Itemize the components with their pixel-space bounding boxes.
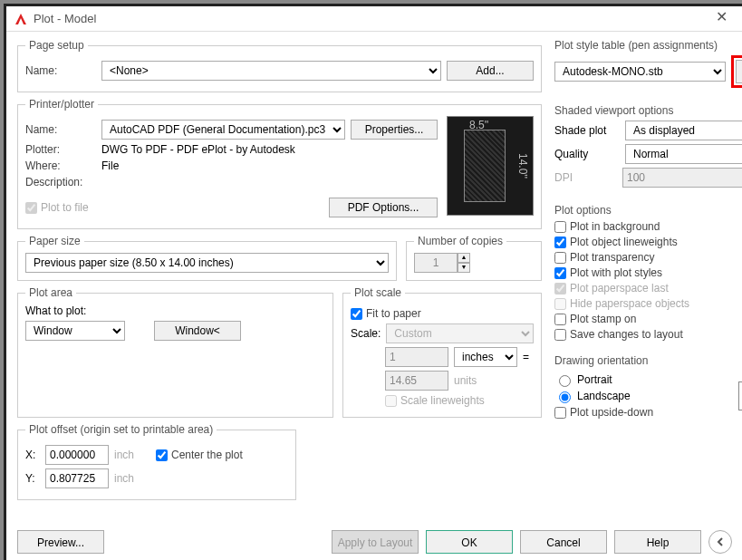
dpi-label: DPI [554, 171, 617, 184]
scale-numerator [385, 347, 448, 367]
cancel-button[interactable]: Cancel [520, 530, 607, 554]
units-label: units [454, 374, 477, 387]
page-setup-legend: Page setup [25, 39, 88, 52]
orientation-legend: Drawing orientation [554, 354, 742, 367]
page-setup-group: Page setup Name: <None> Add... [17, 39, 542, 92]
orientation-icon [738, 381, 742, 410]
title-bar: Plot - Model ✕ [6, 6, 742, 32]
plot-options-legend: Plot options [554, 204, 742, 217]
where-value: File [101, 159, 119, 172]
where-label: Where: [25, 159, 96, 172]
printer-group: Printer/plotter Name: AutoCAD PDF (Gener… [17, 98, 542, 229]
x-label: X: [25, 449, 40, 461]
window-title: Plot - Model [34, 12, 707, 25]
autocad-icon [14, 12, 28, 26]
shaded-viewport-group: Shaded viewport options Shade plotAs dis… [554, 104, 742, 195]
y-label: Y: [25, 472, 40, 485]
quality-label: Quality [554, 148, 620, 160]
fit-to-paper-check[interactable]: Fit to paper [351, 307, 534, 320]
help-button[interactable]: Help [614, 530, 701, 554]
edit-plot-style-button[interactable] [736, 60, 742, 83]
paper-preview: 8.5'' 14.0'' [447, 116, 534, 216]
plotter-value: DWG To PDF - PDF ePlot - by Autodesk [101, 143, 295, 156]
apply-to-layout-button: Apply to Layout [332, 530, 419, 554]
pdf-options-button[interactable]: PDF Options... [329, 198, 438, 217]
plot-paperspace-last-check: Plot paperspace last [554, 282, 742, 294]
plot-area-legend: Plot area [25, 286, 76, 299]
plot-dialog: Plot - Model ✕ Page setup Name: <None> A… [4, 4, 742, 560]
paper-size-group: Paper size Previous paper size (8.50 x 1… [17, 235, 397, 281]
y-input[interactable] [45, 468, 109, 488]
plot-scale-legend: Plot scale [351, 286, 405, 299]
plot-offset-legend: Plot offset (origin set to printable are… [25, 423, 217, 436]
printer-legend: Printer/plotter [25, 98, 98, 111]
printer-name-select[interactable]: AutoCAD PDF (General Documentation).pc3 [101, 120, 345, 140]
plot-style-group: Plot style table (pen assignments) Autod… [554, 39, 742, 95]
add-button[interactable]: Add... [447, 61, 534, 81]
save-changes-check[interactable]: Save changes to layout [554, 328, 742, 341]
plot-background-check[interactable]: Plot in background [554, 220, 742, 233]
hide-paperspace-check: Hide paperspace objects [554, 297, 742, 310]
plot-stamp-check[interactable]: Plot stamp on [554, 313, 742, 325]
ok-button[interactable]: OK [426, 530, 513, 554]
printer-name-label: Name: [25, 123, 96, 136]
preview-button[interactable]: Preview... [17, 530, 104, 554]
shade-plot-select[interactable]: As displayed [625, 121, 742, 140]
plotter-label: Plotter: [25, 143, 96, 156]
scale-denominator [385, 371, 448, 391]
properties-button[interactable]: Properties... [351, 120, 438, 140]
dpi-input [622, 168, 742, 188]
upside-down-check[interactable]: Plot upside-down [554, 406, 738, 419]
x-unit: inch [114, 449, 134, 461]
preview-height: 14.0'' [516, 153, 529, 179]
copies-down[interactable]: ▼ [458, 263, 470, 273]
plot-style-select[interactable]: Autodesk-MONO.stb [554, 62, 726, 82]
plot-options-group: Plot options Plot in background Plot obj… [554, 204, 742, 347]
collapse-button[interactable] [708, 530, 732, 554]
paper-size-legend: Paper size [25, 235, 84, 247]
copies-legend: Number of copies [414, 235, 506, 247]
what-to-plot-label: What to plot: [25, 304, 325, 317]
copies-group: Number of copies ▲▼ [406, 235, 542, 281]
plot-style-legend: Plot style table (pen assignments) [554, 39, 742, 52]
scale-label: Scale: [351, 327, 381, 340]
plot-scale-group: Plot scale Fit to paper Scale: Custom in… [342, 286, 542, 418]
plot-transparency-check[interactable]: Plot transparency [554, 251, 742, 264]
plot-area-group: Plot area What to plot: Window Window< [17, 286, 333, 418]
copies-input [414, 253, 458, 273]
shade-plot-label: Shade plot [554, 124, 620, 137]
quality-select[interactable]: Normal [625, 144, 742, 164]
description-label: Description: [25, 176, 96, 188]
y-unit: inch [114, 472, 134, 485]
chevron-left-icon [715, 536, 726, 547]
pagesetup-name-select[interactable]: <None> [101, 61, 441, 81]
scale-select: Custom [386, 323, 534, 343]
plot-with-styles-check[interactable]: Plot with plot styles [554, 266, 742, 279]
copies-up[interactable]: ▲ [458, 253, 470, 263]
orientation-group: Drawing orientation Portrait Landscape P… [554, 354, 742, 425]
center-plot-check[interactable]: Center the plot [156, 449, 243, 461]
landscape-radio[interactable]: Landscape [554, 389, 738, 403]
equals-label: = [523, 351, 529, 363]
highlight-box [731, 55, 742, 88]
shaded-legend: Shaded viewport options [554, 104, 742, 117]
paper-size-select[interactable]: Previous paper size (8.50 x 14.00 inches… [25, 253, 389, 273]
pagesetup-name-label: Name: [25, 64, 96, 77]
plot-offset-group: Plot offset (origin set to printable are… [17, 423, 296, 500]
scale-unit-select[interactable]: inches [454, 347, 517, 367]
bottom-bar: Preview... Apply to Layout OK Cancel Hel… [17, 530, 732, 554]
window-pick-button[interactable]: Window< [154, 321, 241, 341]
plot-lineweights-check[interactable]: Plot object lineweights [554, 236, 742, 248]
scale-lineweights-check: Scale lineweights [385, 394, 534, 407]
x-input[interactable] [45, 445, 109, 465]
what-to-plot-select[interactable]: Window [25, 321, 125, 341]
portrait-radio[interactable]: Portrait [554, 372, 738, 387]
plot-to-file-check: Plot to file [25, 201, 89, 214]
close-button[interactable]: ✕ [707, 8, 736, 30]
